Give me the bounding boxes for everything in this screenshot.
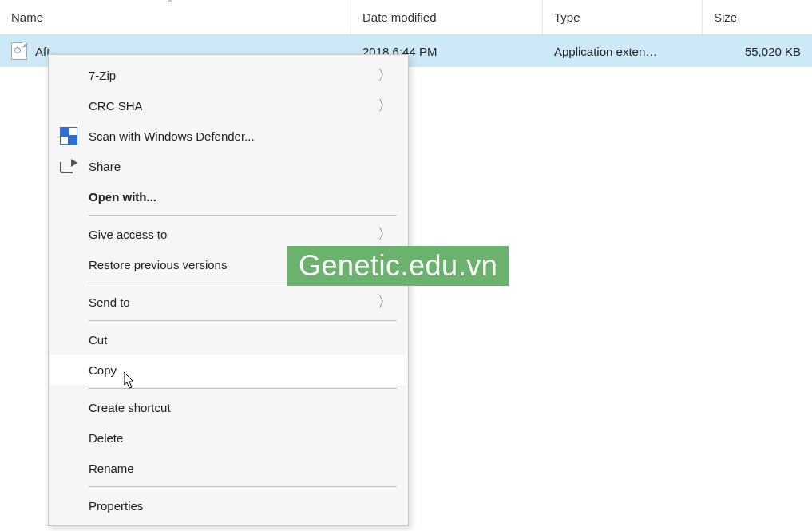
menu-properties[interactable]: Properties bbox=[50, 490, 406, 521]
column-name-label: Name bbox=[11, 10, 43, 24]
share-icon bbox=[60, 159, 89, 173]
menu-separator bbox=[89, 215, 397, 216]
menu-windows-defender[interactable]: Scan with Windows Defender... bbox=[50, 121, 406, 151]
column-size[interactable]: Size bbox=[703, 0, 812, 34]
menu-restore-previous-versions[interactable]: Restore previous versions bbox=[50, 249, 406, 279]
menu-rename[interactable]: Rename bbox=[50, 453, 406, 483]
column-date-label: Date modified bbox=[362, 10, 437, 24]
column-name[interactable]: Name ˄ bbox=[0, 0, 351, 34]
column-type-label: Type bbox=[554, 10, 580, 24]
chevron-right-icon: 〉 bbox=[378, 96, 392, 115]
chevron-right-icon: 〉 bbox=[378, 292, 392, 311]
menu-share[interactable]: Share bbox=[50, 151, 406, 181]
menu-separator bbox=[89, 283, 397, 283]
menu-separator bbox=[89, 388, 397, 389]
chevron-right-icon: 〉 bbox=[378, 224, 392, 244]
menu-separator bbox=[89, 320, 397, 321]
chevron-right-icon: 〉 bbox=[378, 65, 392, 85]
dll-file-icon bbox=[11, 42, 27, 60]
menu-cut[interactable]: Cut bbox=[50, 324, 406, 355]
menu-give-access-to[interactable]: Give access to 〉 bbox=[50, 219, 406, 249]
menu-7zip[interactable]: 7-Zip 〉 bbox=[50, 60, 406, 90]
shield-icon bbox=[60, 127, 89, 145]
context-menu: 7-Zip 〉 CRC SHA 〉 Scan with Windows Defe… bbox=[48, 54, 409, 526]
column-date[interactable]: Date modified bbox=[351, 0, 543, 34]
menu-open-with[interactable]: Open with... bbox=[50, 181, 406, 212]
column-header: Name ˄ Date modified Type Size bbox=[0, 0, 812, 35]
sort-ascending-icon: ˄ bbox=[168, 0, 172, 10]
column-type[interactable]: Type bbox=[543, 0, 703, 34]
menu-separator bbox=[89, 486, 397, 487]
file-type: Application exten… bbox=[554, 45, 657, 58]
menu-create-shortcut[interactable]: Create shortcut bbox=[50, 392, 406, 422]
menu-delete[interactable]: Delete bbox=[50, 422, 406, 453]
menu-crc-sha[interactable]: CRC SHA 〉 bbox=[50, 90, 406, 121]
column-size-label: Size bbox=[714, 10, 737, 24]
menu-send-to[interactable]: Send to 〉 bbox=[50, 287, 406, 317]
file-size: 55,020 KB bbox=[745, 45, 801, 58]
menu-copy[interactable]: Copy bbox=[50, 355, 406, 385]
